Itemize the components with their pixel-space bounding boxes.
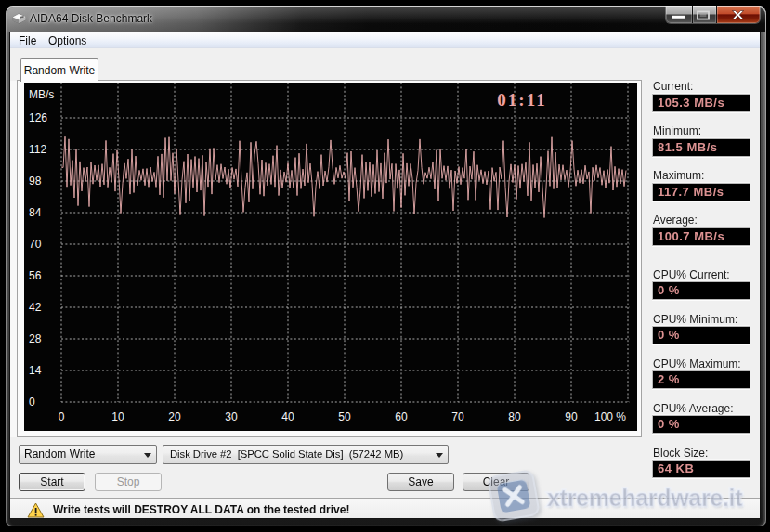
svg-text:100 %: 100 %	[594, 410, 626, 423]
svg-text:40: 40	[281, 410, 294, 423]
svg-text:0: 0	[29, 396, 35, 409]
svg-text:70: 70	[29, 238, 42, 251]
svg-text:0: 0	[59, 410, 65, 423]
svg-text:56: 56	[29, 269, 42, 282]
svg-text:112: 112	[29, 143, 46, 156]
svg-text:28: 28	[29, 332, 42, 345]
svg-text:01:11: 01:11	[497, 90, 546, 110]
svg-text:98: 98	[29, 175, 42, 188]
svg-text:20: 20	[168, 410, 181, 423]
svg-text:70: 70	[451, 410, 464, 423]
svg-text:80: 80	[508, 410, 521, 423]
svg-text:14: 14	[29, 364, 42, 377]
svg-text:60: 60	[395, 410, 408, 423]
svg-text:84: 84	[29, 206, 42, 219]
svg-text:50: 50	[338, 410, 351, 423]
svg-text:10: 10	[111, 410, 124, 423]
svg-text:126: 126	[29, 111, 47, 124]
svg-text:90: 90	[565, 410, 578, 423]
svg-text:42: 42	[29, 301, 42, 314]
svg-text:MB/s: MB/s	[29, 88, 54, 101]
svg-text:30: 30	[225, 410, 238, 423]
